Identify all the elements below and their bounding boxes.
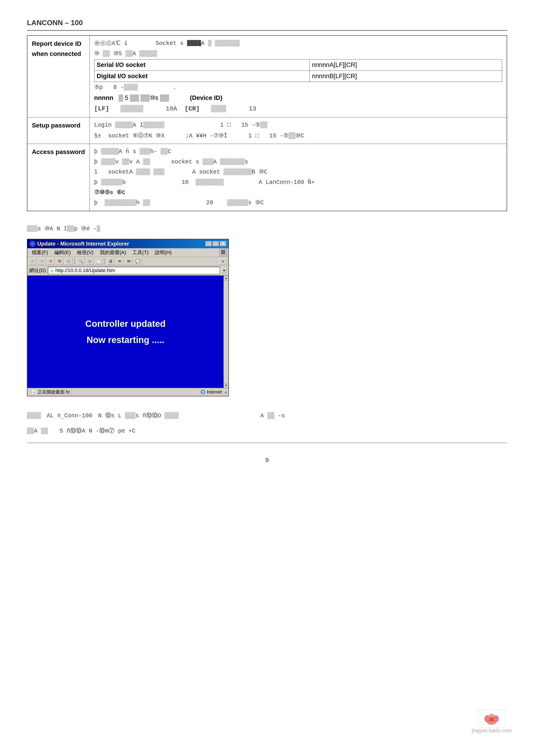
address-label: 網址(D) <box>29 267 46 274</box>
address-url: http://10.0.0.18/Update.htm <box>55 268 115 273</box>
menu-tools[interactable]: 工具(T) <box>129 249 152 256</box>
baidu-logo-svg <box>480 711 503 727</box>
home-button[interactable]: ⌂ <box>65 258 73 265</box>
resize-grip: ◢ <box>224 390 227 394</box>
browser-toolbar: ← → ✕ ↻ ⌂ 🔍 ☆ 🕐 🖨 ✏ ✉ 💬 » <box>27 257 228 266</box>
discuss-button[interactable]: 💬 <box>134 258 142 265</box>
footer-text-2: ▒▒A ▒▒ 5 ñ⑩⑩A N -⑩m⑦ pe +C <box>27 425 507 436</box>
section-text: ▒▒▒s ⑩A N î▒▒p ⑩é -▒ <box>27 225 507 232</box>
stop-button[interactable]: ✕ <box>47 258 55 265</box>
browser-titlebar-controls: _ □ ✕ <box>205 241 226 246</box>
browser-content: Controller updated Now restarting ..... <box>27 276 224 388</box>
separator1 <box>74 258 75 264</box>
forward-button[interactable]: → <box>38 258 46 265</box>
baidu-text: jingyan.baidu.com <box>472 728 512 734</box>
history-button[interactable]: 🕐 <box>95 258 103 265</box>
separator2 <box>105 258 105 264</box>
address-bar-row: 網址(D) e http://10.0.0.18/Update.htm ▼ <box>27 266 228 276</box>
print-button[interactable]: 🖨 <box>107 258 115 265</box>
table-row: Report device IDwhen connected ㊑㊛㊣A℃ í S… <box>27 36 507 117</box>
close-button[interactable]: ✕ <box>220 241 226 246</box>
main-table: Report device IDwhen connected ㊑㊛㊣A℃ í S… <box>27 35 507 211</box>
browser-window: Update - Microsoft Internet Explorer _ □… <box>27 239 229 396</box>
minimize-button[interactable]: _ <box>205 241 212 246</box>
address-input[interactable]: e http://10.0.0.18/Update.htm <box>48 267 220 274</box>
label-report-device-id: Report device IDwhen connected <box>27 36 90 117</box>
refresh-button[interactable]: ↻ <box>56 258 64 265</box>
menu-edit[interactable]: 編輯(E) <box>51 249 74 256</box>
content-report-device-id: ㊑㊛㊣A℃ í Socket s ████A ▒ ▒▒▒▒▒▒▒ ⑩ ▒▒ ⑩S… <box>90 36 507 117</box>
menu-extra: ▥ <box>219 249 227 256</box>
menu-help[interactable]: 說明(H) <box>152 249 175 256</box>
scroll-track <box>224 281 228 383</box>
status-section: e 正在開啟畫面 ht <box>29 389 72 395</box>
label-access-password: Access password <box>27 144 90 211</box>
favorites-button[interactable]: ☆ <box>86 258 94 265</box>
page-container: LANCONN – 100 Report device IDwhen conne… <box>0 0 534 756</box>
page-loading-icon: e <box>31 390 36 394</box>
browser-menubar: 檔案(F) 編輯(E) 檢視(V) 我的最愛(A) 工具(T) 說明(H) ▥ <box>27 248 228 257</box>
expand-button[interactable]: » <box>219 258 227 265</box>
table-row: Setup password Login ▒▒▒▒▒A î▒▒▒▒▒▒ 1 □ … <box>27 117 507 144</box>
table-row: Access password þ ▒▒▒▒▒A ĥ s ▒▒▒h- ▒▒C þ… <box>27 144 507 211</box>
footer-text-1: ▒▒▒▒ AL n̲Conn-100 N ⑩s L ▒▒▒s ñ⑩⑩O ▒▒▒▒… <box>27 410 507 421</box>
browser-content-area: Controller updated Now restarting ..... … <box>27 276 228 388</box>
menu-view[interactable]: 檢視(V) <box>74 249 96 256</box>
browser-statusbar: e 正在開啟畫面 ht Internet ◢ <box>27 388 228 396</box>
menu-file[interactable]: 檔案(F) <box>29 249 51 256</box>
baidu-logo <box>478 710 505 728</box>
browser-titlebar-left: Update - Microsoft Internet Explorer <box>30 241 129 247</box>
svg-point-5 <box>202 391 204 393</box>
svg-text:e: e <box>51 269 53 272</box>
browser-title: Update - Microsoft Internet Explorer <box>37 241 129 247</box>
controller-updated-text: Controller updated <box>85 315 166 332</box>
label-setup-password: Setup password <box>27 117 90 144</box>
address-dropdown[interactable]: ▼ <box>222 268 227 273</box>
internet-zone: Internet <box>200 390 222 394</box>
scroll-up-button[interactable]: ▲ <box>224 276 228 281</box>
ie-icon <box>30 241 36 247</box>
page-icon: e <box>50 268 55 273</box>
zone-text: Internet <box>207 390 222 394</box>
edit-button[interactable]: ✏ <box>116 258 124 265</box>
status-text: 正在開啟畫面 ht <box>38 389 69 395</box>
svg-point-10 <box>489 717 494 722</box>
bottom-divider <box>27 443 507 443</box>
maximize-button[interactable]: □ <box>213 241 219 246</box>
now-restarting-text: Now restarting ..... <box>87 332 165 348</box>
browser-titlebar: Update - Microsoft Internet Explorer _ □… <box>27 239 228 248</box>
page-number: 9 <box>27 457 507 464</box>
svg-text:e: e <box>33 391 35 394</box>
internet-icon <box>200 390 205 394</box>
baidu-watermark: jingyan.baidu.com <box>472 710 512 734</box>
content-access-password: þ ▒▒▒▒▒A ĥ s ▒▒▒h- ▒▒C þ ▒▒▒▒v ▒▒v A ▒▒ … <box>90 144 507 211</box>
back-button[interactable]: ← <box>29 258 37 265</box>
mail-button[interactable]: ✉ <box>125 258 133 265</box>
scroll-down-button[interactable]: ▼ <box>224 383 228 388</box>
content-setup-password: Login ▒▒▒▒▒A î▒▒▒▒▒▒ 1 □ 15 -⑤▒▒ §± sock… <box>90 117 507 144</box>
search-button[interactable]: 🔍 <box>77 258 85 265</box>
scrollbar[interactable]: ▲ ▼ <box>224 276 228 388</box>
menu-favorites[interactable]: 我的最愛(A) <box>97 249 129 256</box>
page-header: LANCONN – 100 <box>27 18 507 31</box>
